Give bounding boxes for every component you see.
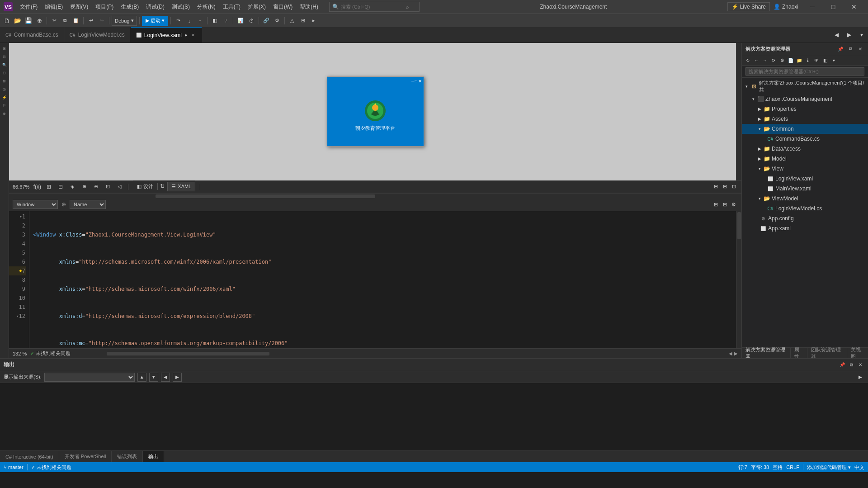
tree-appconfig[interactable]: ⚙ App.config [742, 213, 868, 223]
xaml-collapse-btn[interactable]: ⊟ [721, 200, 729, 208]
grid-large-btn[interactable]: ⊟ [57, 183, 65, 191]
se-sync-btn[interactable]: ↻ [744, 56, 752, 64]
tree-loginview[interactable]: ⬜ LoginView.xaml [742, 174, 868, 184]
v-scrollbar[interactable] [736, 211, 741, 349]
menu-file[interactable]: 文件(F) [16, 1, 41, 13]
xaml-name-selector[interactable]: Name [70, 200, 106, 209]
save-all-btn[interactable]: ⊕ [34, 16, 44, 26]
h-scroll-thumb[interactable] [156, 194, 375, 198]
se-tab-view[interactable]: 关视图 [847, 348, 868, 358]
tree-mainview[interactable]: ⬜ MainView.xaml [742, 184, 868, 194]
menu-edit[interactable]: 编辑(E) [41, 1, 66, 13]
redo-btn[interactable]: ↪ [97, 16, 107, 26]
se-tab-team[interactable]: 团队资源管理器 [807, 348, 847, 358]
open-btn[interactable]: 📂 [13, 16, 23, 26]
output-up-btn[interactable]: ▲ [137, 373, 146, 382]
menu-build[interactable]: 生成(B) [117, 1, 142, 13]
tree-model[interactable]: ▶ 📁 Model [742, 154, 868, 164]
menu-tools[interactable]: 工具(T) [219, 1, 244, 13]
pan-btn[interactable]: ◁ [115, 183, 123, 191]
designer-scrollbar[interactable] [736, 43, 741, 180]
status-no-issues[interactable]: ✓ 未找到相关问题 [31, 464, 71, 471]
save-btn[interactable]: 💾 [24, 16, 33, 26]
more-btn[interactable]: ▸ [309, 16, 319, 26]
gutter-icon-1[interactable]: ⊞ [1, 45, 8, 52]
status-ime[interactable]: 中文 [854, 464, 864, 471]
gutter-icon-8[interactable]: ⚐ [1, 102, 8, 109]
gutter-icon-7[interactable]: ⚡ [1, 94, 8, 101]
se-filter-btn[interactable]: ▾ [830, 56, 838, 64]
status-branch[interactable]: ⑂ master [4, 464, 24, 470]
step-over-btn[interactable]: ↷ [173, 16, 183, 26]
tree-properties[interactable]: ▶ 📁 Properties [742, 104, 868, 114]
bottom-tab-csharp[interactable]: C# Interactive (64-bit) [0, 451, 59, 462]
status-line[interactable]: 行:7 [738, 464, 747, 471]
preview-window-close[interactable]: ✕ [418, 79, 422, 84]
step-out-btn[interactable]: ↑ [195, 16, 205, 26]
minimize-button[interactable]: ─ [802, 0, 823, 14]
v-scroll-thumb[interactable] [737, 212, 741, 239]
output-float-btn[interactable]: ⧉ [847, 361, 855, 369]
output-down-btn[interactable]: ▼ [149, 373, 158, 382]
tree-viewmodel[interactable]: ▾ 📂 ViewModel [742, 194, 868, 204]
tree-commandbase[interactable]: C# CommandBase.cs [742, 134, 868, 144]
gutter-icon-6[interactable]: ◎ [1, 85, 8, 93]
paste-btn[interactable]: 📋 [71, 16, 81, 26]
xaml-expand-btn[interactable]: ⊞ [712, 200, 720, 208]
view-split-vert[interactable]: ⊟ [712, 183, 720, 191]
status-char[interactable]: 字符: 38 [751, 464, 769, 471]
tab-list-btn[interactable]: ▾ [855, 27, 868, 43]
parallel-btn[interactable]: ⊞ [298, 16, 308, 26]
se-tab-props[interactable]: 属性 [791, 348, 807, 358]
menu-analyze[interactable]: 分析(N) [193, 1, 219, 13]
attach-btn[interactable]: 🔗 [261, 16, 271, 26]
run-button[interactable]: ▶ 启动 ▾ [142, 16, 168, 26]
menu-debug[interactable]: 调试(D) [142, 1, 168, 13]
view-full[interactable]: ⊡ [730, 183, 738, 191]
se-forward-btn[interactable]: → [761, 56, 769, 64]
new-project-btn[interactable]: 🗋 [2, 16, 12, 26]
se-newfile-btn[interactable]: 📄 [787, 56, 795, 64]
status-add-to-source[interactable]: 添加到源代码管理 ▾ [807, 464, 851, 471]
tree-loginviewmodel[interactable]: C# LoginViewModel.cs [742, 204, 868, 213]
xaml-settings-btn[interactable]: ⚙ [730, 200, 738, 208]
status-encoding[interactable]: CRLF [786, 464, 799, 470]
diagnostics-btn[interactable]: 📊 [236, 16, 245, 26]
tab-commandbase[interactable]: C# CommandBase.cs [0, 27, 64, 43]
tree-assets[interactable]: ▶ 📁 Assets [742, 114, 868, 124]
se-props-btn[interactable]: ℹ [804, 56, 812, 64]
tab-close-btn[interactable]: ✕ [190, 32, 196, 38]
gutter-icon-5[interactable]: ⊠ [1, 77, 8, 85]
se-back-btn[interactable]: ← [752, 56, 760, 64]
bottom-tab-output[interactable]: 输出 [143, 451, 164, 462]
grid-small-btn[interactable]: ⊞ [45, 183, 53, 191]
se-settings-btn[interactable]: ⚙ [778, 56, 786, 64]
gutter-icon-3[interactable]: 🔍 [1, 61, 8, 68]
copy-btn[interactable]: ⧉ [60, 16, 70, 26]
close-button[interactable]: ✕ [844, 0, 864, 14]
editor-h-thumb[interactable] [107, 352, 269, 355]
tab-scroll-right[interactable]: ▶ [843, 27, 855, 43]
user-avatar[interactable]: 👤 Zhaoxi [774, 4, 798, 10]
menu-view[interactable]: 视图(V) [66, 1, 92, 13]
se-refresh-btn[interactable]: ⟳ [769, 56, 778, 64]
undo-btn[interactable]: ↩ [86, 16, 96, 26]
bottom-tab-errorlist[interactable]: 错误列表 [112, 451, 143, 462]
menu-test[interactable]: 测试(S) [168, 1, 193, 13]
xaml-element-selector[interactable]: Window [13, 200, 58, 209]
menu-extensions[interactable]: 扩展(X) [244, 1, 269, 13]
output-source-select[interactable] [44, 373, 135, 382]
output-right-btn[interactable]: ▶ [173, 373, 182, 382]
design-view-btn[interactable]: ◧ 设计 [133, 181, 157, 192]
no-issues[interactable]: ✓ 未找到相关问题 [30, 350, 71, 357]
se-pin-btn[interactable]: 📌 [836, 45, 844, 53]
se-close-btn[interactable]: ✕ [856, 45, 864, 53]
tree-project[interactable]: ▾ ⬛ Zhaoxi.CourseManagement [742, 94, 868, 104]
fit-btn[interactable]: ⊡ [104, 183, 112, 191]
gutter-icon-9[interactable]: ⊕ [1, 110, 8, 117]
preview-window-maximize[interactable]: □ [415, 79, 417, 83]
status-space[interactable]: 空格 [773, 464, 783, 471]
tab-scroll-left[interactable]: ◀ [830, 27, 843, 43]
xaml-view-btn[interactable]: ☰ XAML [167, 182, 195, 191]
perf-btn[interactable]: ⏱ [246, 16, 256, 26]
